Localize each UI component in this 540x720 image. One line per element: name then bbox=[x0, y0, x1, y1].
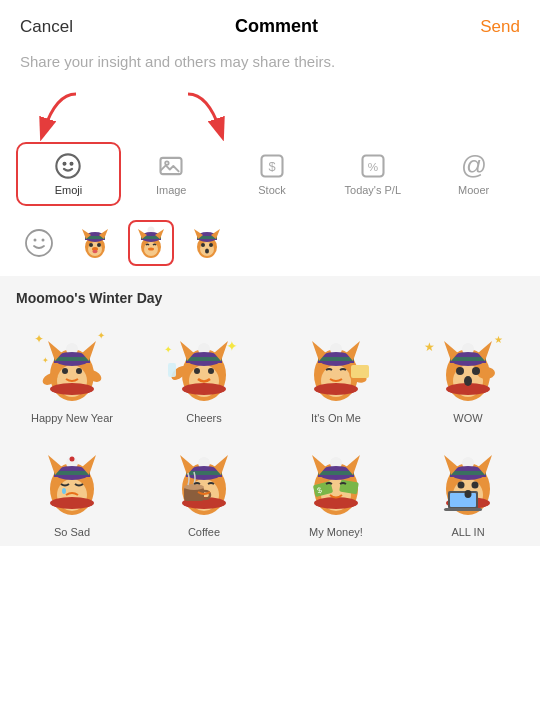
sticker-section: Moomoo's Winter Day bbox=[0, 276, 540, 546]
svg-rect-147 bbox=[444, 508, 482, 511]
svg-rect-118 bbox=[186, 471, 222, 475]
svg-rect-141 bbox=[450, 471, 486, 475]
sticker-so-sad[interactable]: So Sad bbox=[10, 432, 134, 538]
svg-point-69 bbox=[182, 383, 226, 395]
toolbar-pnl-label: Today's P/L bbox=[345, 184, 402, 196]
svg-text:%: % bbox=[368, 160, 378, 173]
svg-point-132 bbox=[314, 497, 358, 509]
toolbar-item-stock[interactable]: $ Stock bbox=[222, 144, 323, 204]
emoji-sub-fox3[interactable] bbox=[184, 220, 230, 266]
sticker-img-cheers: ✦ ✦ bbox=[148, 318, 260, 408]
svg-text:✦: ✦ bbox=[97, 330, 105, 341]
emoji-icon bbox=[54, 152, 82, 180]
sticker-wow[interactable]: ★ ★ WOW bbox=[406, 318, 530, 424]
emoji-sub-fox2[interactable] bbox=[128, 220, 174, 266]
toolbar-item-emoji[interactable]: Emoji bbox=[16, 142, 121, 206]
svg-point-23 bbox=[97, 243, 101, 247]
svg-rect-71 bbox=[168, 363, 176, 377]
svg-rect-81 bbox=[318, 357, 354, 361]
stock-icon: $ bbox=[258, 152, 286, 180]
svg-point-42 bbox=[201, 243, 205, 247]
sticker-grid: ✦ ✦ ✦ Happy New Year bbox=[10, 318, 530, 546]
sticker-img-its-on-me bbox=[280, 318, 392, 408]
svg-point-34 bbox=[148, 248, 154, 251]
sticker-img-all-in bbox=[412, 432, 524, 522]
pnl-icon: % bbox=[359, 152, 387, 180]
svg-text:$: $ bbox=[268, 159, 275, 174]
svg-rect-129 bbox=[318, 471, 354, 475]
svg-point-98 bbox=[472, 367, 480, 375]
toolbar-item-mooer[interactable]: @ Mooer bbox=[423, 144, 524, 204]
svg-point-53 bbox=[50, 383, 94, 395]
svg-point-6 bbox=[165, 161, 169, 165]
svg-point-43 bbox=[209, 243, 213, 247]
svg-point-3 bbox=[63, 162, 66, 165]
svg-text:✦: ✦ bbox=[42, 356, 49, 365]
svg-point-56 bbox=[62, 368, 68, 374]
emoji-subrow bbox=[0, 214, 540, 276]
image-icon bbox=[157, 152, 185, 180]
sticker-its-on-me[interactable]: It's On Me bbox=[274, 318, 398, 424]
svg-point-44 bbox=[205, 249, 209, 254]
toolbar-emoji-label: Emoji bbox=[55, 184, 83, 196]
svg-point-123 bbox=[184, 484, 204, 490]
svg-point-150 bbox=[465, 490, 472, 498]
svg-point-96 bbox=[477, 367, 495, 379]
sticker-name-my-money: My Money! bbox=[309, 526, 363, 538]
svg-text:✦: ✦ bbox=[164, 344, 172, 355]
sticker-img-my-money: $ bbox=[280, 432, 392, 522]
svg-rect-146 bbox=[450, 493, 476, 507]
sticker-my-money[interactable]: $ My Money! bbox=[274, 432, 398, 538]
sticker-name-all-in: ALL IN bbox=[451, 526, 484, 538]
fox-sticker-3-icon bbox=[189, 225, 225, 261]
page-title: Comment bbox=[235, 16, 318, 37]
arrow-sticker-icon bbox=[168, 86, 248, 142]
toolbar-image-label: Image bbox=[156, 184, 187, 196]
sticker-name-coffee: Coffee bbox=[188, 526, 220, 538]
send-button[interactable]: Send bbox=[480, 17, 520, 37]
toolbar-mooer-label: Mooer bbox=[458, 184, 489, 196]
svg-point-14 bbox=[42, 239, 45, 242]
svg-rect-86 bbox=[351, 365, 369, 378]
svg-point-72 bbox=[194, 368, 200, 374]
svg-point-22 bbox=[89, 243, 93, 247]
svg-point-97 bbox=[456, 367, 464, 375]
svg-rect-92 bbox=[450, 357, 486, 361]
smiley-face-icon bbox=[24, 228, 54, 258]
emoji-sub-fox1[interactable] bbox=[72, 220, 118, 266]
toolbar: Emoji Image $ Stock % Today' bbox=[0, 142, 540, 206]
emoji-sub-smiley[interactable] bbox=[16, 220, 62, 266]
svg-text:@: @ bbox=[461, 152, 487, 179]
sticker-coffee[interactable]: Coffee bbox=[142, 432, 266, 538]
svg-point-99 bbox=[464, 376, 472, 386]
svg-point-12 bbox=[26, 230, 52, 256]
svg-point-25 bbox=[93, 250, 98, 254]
sticker-cheers[interactable]: ✦ ✦ Cheers bbox=[142, 318, 266, 424]
sticker-happy-new-year[interactable]: ✦ ✦ ✦ Happy New Year bbox=[10, 318, 134, 424]
sticker-name-wow: WOW bbox=[453, 412, 482, 424]
svg-point-111 bbox=[70, 456, 75, 461]
toolbar-item-image[interactable]: Image bbox=[121, 144, 222, 204]
toolbar-stock-label: Stock bbox=[258, 184, 286, 196]
sticker-name-cheers: Cheers bbox=[186, 412, 221, 424]
sticker-img-so-sad bbox=[16, 432, 128, 522]
mooer-icon: @ bbox=[460, 152, 488, 180]
sticker-img-wow: ★ ★ bbox=[412, 318, 524, 408]
svg-text:✦: ✦ bbox=[226, 338, 238, 354]
header: Cancel Comment Send bbox=[0, 0, 540, 49]
arrow-emoji-icon bbox=[16, 86, 96, 142]
cancel-button[interactable]: Cancel bbox=[20, 17, 73, 37]
svg-rect-107 bbox=[54, 471, 90, 475]
svg-point-4 bbox=[70, 162, 73, 165]
svg-rect-50 bbox=[54, 357, 90, 361]
svg-point-148 bbox=[458, 481, 465, 488]
subtitle-text: Share your insight and others may share … bbox=[0, 49, 540, 86]
svg-point-149 bbox=[472, 481, 479, 488]
toolbar-item-pnl[interactable]: % Today's P/L bbox=[322, 144, 423, 204]
svg-point-73 bbox=[208, 368, 214, 374]
svg-rect-66 bbox=[186, 357, 222, 361]
sticker-all-in[interactable]: ALL IN bbox=[406, 432, 530, 538]
svg-point-110 bbox=[50, 497, 94, 509]
svg-point-84 bbox=[314, 383, 358, 395]
svg-text:★: ★ bbox=[424, 340, 435, 354]
